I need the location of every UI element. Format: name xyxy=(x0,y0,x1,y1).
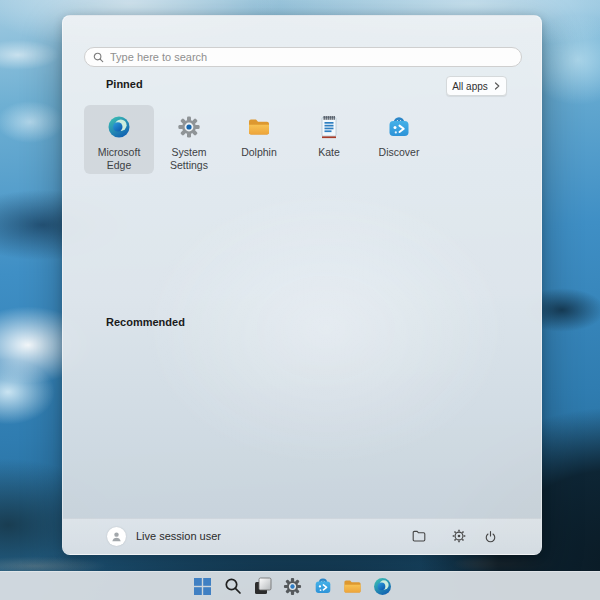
discover-bag-icon xyxy=(313,576,333,596)
app-tile-label: Dolphin xyxy=(226,146,292,159)
windows-logo-icon xyxy=(194,578,211,595)
user-account-button[interactable]: Live session user xyxy=(107,525,221,547)
power-button[interactable] xyxy=(482,528,498,544)
desktop: Pinned All apps xyxy=(0,0,600,600)
pinned-section-label: Pinned xyxy=(106,78,143,90)
app-tile-microsoft-edge[interactable]: Microsoft Edge xyxy=(84,105,154,174)
file-manager-button[interactable] xyxy=(411,528,427,544)
user-name-label: Live session user xyxy=(136,530,221,542)
task-view-button[interactable] xyxy=(252,576,273,597)
folder-outline-icon xyxy=(412,530,426,542)
app-tile-discover[interactable]: Discover xyxy=(364,105,434,174)
user-bar: Live session user xyxy=(63,518,541,554)
chevron-right-icon xyxy=(493,82,501,90)
discover-bag-icon xyxy=(386,114,412,140)
app-tile-dolphin[interactable]: Dolphin xyxy=(224,105,294,174)
power-icon xyxy=(484,530,497,543)
search-icon xyxy=(93,52,104,63)
gear-icon xyxy=(452,529,466,543)
search-input[interactable] xyxy=(110,51,521,63)
folder-icon xyxy=(342,576,363,597)
taskbar-icons xyxy=(192,572,393,600)
taskbar-settings-button[interactable] xyxy=(282,576,303,597)
search-box[interactable] xyxy=(84,47,522,67)
edge-icon xyxy=(106,114,132,140)
settings-gear-icon xyxy=(282,576,303,597)
edge-icon xyxy=(372,576,393,597)
taskbar xyxy=(0,571,600,600)
start-menu: Pinned All apps xyxy=(62,15,542,555)
search-icon xyxy=(224,577,242,595)
folder-icon xyxy=(246,114,272,140)
taskbar-edge-button[interactable] xyxy=(372,576,393,597)
app-tile-label: Kate xyxy=(296,146,362,159)
app-tile-label: System Settings xyxy=(156,146,222,172)
user-avatar-icon xyxy=(107,527,126,546)
app-tile-kate[interactable]: Kate xyxy=(294,105,364,174)
app-tile-system-settings[interactable]: System Settings xyxy=(154,105,224,174)
taskbar-file-manager-button[interactable] xyxy=(342,576,363,597)
app-tile-label: Microsoft Edge xyxy=(86,146,152,172)
taskbar-discover-button[interactable] xyxy=(312,576,333,597)
settings-button[interactable] xyxy=(451,528,467,544)
notepad-icon xyxy=(316,114,342,140)
recommended-section-label: Recommended xyxy=(106,316,185,328)
taskbar-search-button[interactable] xyxy=(222,576,243,597)
start-button[interactable] xyxy=(192,576,213,597)
settings-gear-icon xyxy=(176,114,202,140)
task-view-icon xyxy=(254,577,272,595)
all-apps-label: All apps xyxy=(452,81,488,92)
all-apps-button[interactable]: All apps xyxy=(446,76,507,96)
pinned-app-grid: Microsoft Edge xyxy=(84,105,434,174)
app-tile-label: Discover xyxy=(366,146,432,159)
